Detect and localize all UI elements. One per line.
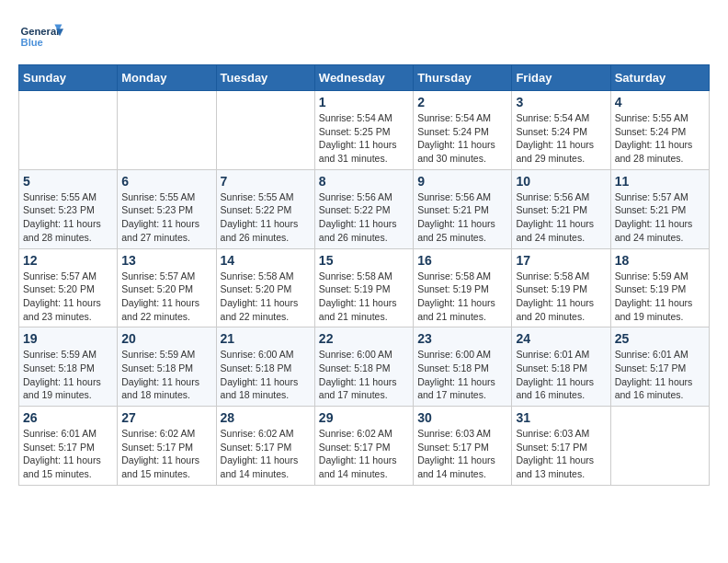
day-number: 1 xyxy=(319,95,409,109)
day-number: 9 xyxy=(417,174,507,189)
calendar-week: 19Sunrise: 5:59 AMSunset: 5:18 PMDayligh… xyxy=(19,327,710,407)
calendar-header: SundayMondayTuesdayWednesdayThursdayFrid… xyxy=(19,65,710,91)
day-number: 15 xyxy=(319,253,409,268)
weekday-header: Thursday xyxy=(414,65,512,91)
day-number: 16 xyxy=(417,253,507,268)
day-info: Sunrise: 5:56 AMSunset: 5:22 PMDaylight:… xyxy=(319,190,409,245)
day-number: 23 xyxy=(417,331,507,346)
calendar-cell: 12Sunrise: 5:57 AMSunset: 5:20 PMDayligh… xyxy=(19,248,118,327)
day-number: 29 xyxy=(319,410,409,425)
calendar-cell: 28Sunrise: 6:02 AMSunset: 5:17 PMDayligh… xyxy=(216,407,314,486)
calendar-week: 1Sunrise: 5:54 AMSunset: 5:25 PMDaylight… xyxy=(19,91,710,170)
calendar-cell xyxy=(19,91,118,170)
day-info: Sunrise: 5:56 AMSunset: 5:21 PMDaylight:… xyxy=(417,190,507,245)
calendar-week: 26Sunrise: 6:01 AMSunset: 5:17 PMDayligh… xyxy=(19,407,710,486)
day-info: Sunrise: 6:03 AMSunset: 5:17 PMDaylight:… xyxy=(516,427,606,481)
day-info: Sunrise: 5:58 AMSunset: 5:20 PMDaylight:… xyxy=(221,270,311,324)
day-number: 27 xyxy=(121,410,211,425)
day-info: Sunrise: 5:55 AMSunset: 5:23 PMDaylight:… xyxy=(23,190,113,245)
calendar-cell: 3Sunrise: 5:54 AMSunset: 5:24 PMDaylight… xyxy=(512,91,610,170)
day-number: 6 xyxy=(121,174,211,189)
day-info: Sunrise: 6:00 AMSunset: 5:18 PMDaylight:… xyxy=(417,348,507,402)
day-number: 22 xyxy=(319,331,409,346)
calendar-cell: 13Sunrise: 5:57 AMSunset: 5:20 PMDayligh… xyxy=(118,248,216,327)
day-number: 12 xyxy=(23,253,113,268)
logo: General Blue xyxy=(18,18,64,55)
page-header: General Blue xyxy=(18,18,710,55)
day-number: 30 xyxy=(417,410,507,425)
weekday-row: SundayMondayTuesdayWednesdayThursdayFrid… xyxy=(19,65,710,91)
day-number: 25 xyxy=(615,331,705,346)
day-info: Sunrise: 5:55 AMSunset: 5:24 PMDaylight:… xyxy=(615,111,705,166)
calendar-cell: 21Sunrise: 6:00 AMSunset: 5:18 PMDayligh… xyxy=(216,327,314,407)
day-number: 8 xyxy=(319,174,409,189)
day-info: Sunrise: 5:59 AMSunset: 5:18 PMDaylight:… xyxy=(121,348,211,402)
day-number: 3 xyxy=(516,95,606,109)
svg-text:Blue: Blue xyxy=(21,37,43,48)
day-info: Sunrise: 5:54 AMSunset: 5:24 PMDaylight:… xyxy=(417,111,507,166)
day-info: Sunrise: 6:00 AMSunset: 5:18 PMDaylight:… xyxy=(221,348,311,402)
day-info: Sunrise: 5:56 AMSunset: 5:21 PMDaylight:… xyxy=(516,190,606,245)
day-number: 14 xyxy=(221,253,311,268)
day-number: 21 xyxy=(221,331,311,346)
day-number: 4 xyxy=(615,95,705,109)
calendar-cell: 31Sunrise: 6:03 AMSunset: 5:17 PMDayligh… xyxy=(512,407,610,486)
calendar-cell: 18Sunrise: 5:59 AMSunset: 5:19 PMDayligh… xyxy=(610,248,709,327)
calendar-cell: 22Sunrise: 6:00 AMSunset: 5:18 PMDayligh… xyxy=(314,327,413,407)
day-number: 2 xyxy=(417,95,507,109)
day-info: Sunrise: 5:54 AMSunset: 5:25 PMDaylight:… xyxy=(319,111,409,166)
calendar-table: SundayMondayTuesdayWednesdayThursdayFrid… xyxy=(18,64,710,486)
day-number: 5 xyxy=(23,174,113,189)
day-number: 19 xyxy=(23,331,113,346)
calendar-cell: 20Sunrise: 5:59 AMSunset: 5:18 PMDayligh… xyxy=(118,327,216,407)
calendar-cell: 25Sunrise: 6:01 AMSunset: 5:17 PMDayligh… xyxy=(610,327,709,407)
day-number: 20 xyxy=(121,331,211,346)
weekday-header: Wednesday xyxy=(314,65,413,91)
day-info: Sunrise: 6:02 AMSunset: 5:17 PMDaylight:… xyxy=(221,427,311,481)
day-info: Sunrise: 6:03 AMSunset: 5:17 PMDaylight:… xyxy=(417,427,507,481)
logo-icon: General Blue xyxy=(18,18,64,55)
day-info: Sunrise: 6:01 AMSunset: 5:17 PMDaylight:… xyxy=(23,427,113,481)
calendar-cell: 15Sunrise: 5:58 AMSunset: 5:19 PMDayligh… xyxy=(314,248,413,327)
day-number: 26 xyxy=(23,410,113,425)
weekday-header: Sunday xyxy=(19,65,118,91)
day-number: 28 xyxy=(221,410,311,425)
calendar-body: 1Sunrise: 5:54 AMSunset: 5:25 PMDaylight… xyxy=(19,91,710,486)
day-info: Sunrise: 6:00 AMSunset: 5:18 PMDaylight:… xyxy=(319,348,409,402)
calendar-cell: 10Sunrise: 5:56 AMSunset: 5:21 PMDayligh… xyxy=(512,169,610,248)
calendar-cell: 7Sunrise: 5:55 AMSunset: 5:22 PMDaylight… xyxy=(216,169,314,248)
calendar-cell xyxy=(216,91,314,170)
day-info: Sunrise: 5:58 AMSunset: 5:19 PMDaylight:… xyxy=(417,270,507,324)
calendar-cell: 23Sunrise: 6:00 AMSunset: 5:18 PMDayligh… xyxy=(414,327,512,407)
calendar-cell: 6Sunrise: 5:55 AMSunset: 5:23 PMDaylight… xyxy=(118,169,216,248)
calendar-cell: 27Sunrise: 6:02 AMSunset: 5:17 PMDayligh… xyxy=(118,407,216,486)
svg-text:General: General xyxy=(21,26,60,37)
day-info: Sunrise: 5:57 AMSunset: 5:20 PMDaylight:… xyxy=(121,270,211,324)
calendar-cell: 8Sunrise: 5:56 AMSunset: 5:22 PMDaylight… xyxy=(314,169,413,248)
day-number: 31 xyxy=(516,410,606,425)
calendar-cell: 2Sunrise: 5:54 AMSunset: 5:24 PMDaylight… xyxy=(414,91,512,170)
calendar-cell: 11Sunrise: 5:57 AMSunset: 5:21 PMDayligh… xyxy=(610,169,709,248)
weekday-header: Friday xyxy=(512,65,610,91)
day-info: Sunrise: 5:59 AMSunset: 5:18 PMDaylight:… xyxy=(23,348,113,402)
calendar-cell: 5Sunrise: 5:55 AMSunset: 5:23 PMDaylight… xyxy=(19,169,118,248)
calendar-cell: 26Sunrise: 6:01 AMSunset: 5:17 PMDayligh… xyxy=(19,407,118,486)
calendar-cell: 1Sunrise: 5:54 AMSunset: 5:25 PMDaylight… xyxy=(314,91,413,170)
day-info: Sunrise: 5:55 AMSunset: 5:22 PMDaylight:… xyxy=(221,190,311,245)
weekday-header: Tuesday xyxy=(216,65,314,91)
day-number: 18 xyxy=(615,253,705,268)
calendar-cell: 29Sunrise: 6:02 AMSunset: 5:17 PMDayligh… xyxy=(314,407,413,486)
calendar-week: 5Sunrise: 5:55 AMSunset: 5:23 PMDaylight… xyxy=(19,169,710,248)
day-info: Sunrise: 6:02 AMSunset: 5:17 PMDaylight:… xyxy=(319,427,409,481)
day-info: Sunrise: 5:55 AMSunset: 5:23 PMDaylight:… xyxy=(121,190,211,245)
day-info: Sunrise: 5:57 AMSunset: 5:20 PMDaylight:… xyxy=(23,270,113,324)
calendar-cell: 30Sunrise: 6:03 AMSunset: 5:17 PMDayligh… xyxy=(414,407,512,486)
calendar-cell xyxy=(118,91,216,170)
day-number: 11 xyxy=(615,174,705,189)
day-info: Sunrise: 5:58 AMSunset: 5:19 PMDaylight:… xyxy=(516,270,606,324)
day-info: Sunrise: 6:01 AMSunset: 5:18 PMDaylight:… xyxy=(516,348,606,402)
calendar-cell: 17Sunrise: 5:58 AMSunset: 5:19 PMDayligh… xyxy=(512,248,610,327)
calendar-cell: 24Sunrise: 6:01 AMSunset: 5:18 PMDayligh… xyxy=(512,327,610,407)
day-info: Sunrise: 5:59 AMSunset: 5:19 PMDaylight:… xyxy=(615,270,705,324)
day-info: Sunrise: 5:57 AMSunset: 5:21 PMDaylight:… xyxy=(615,190,705,245)
